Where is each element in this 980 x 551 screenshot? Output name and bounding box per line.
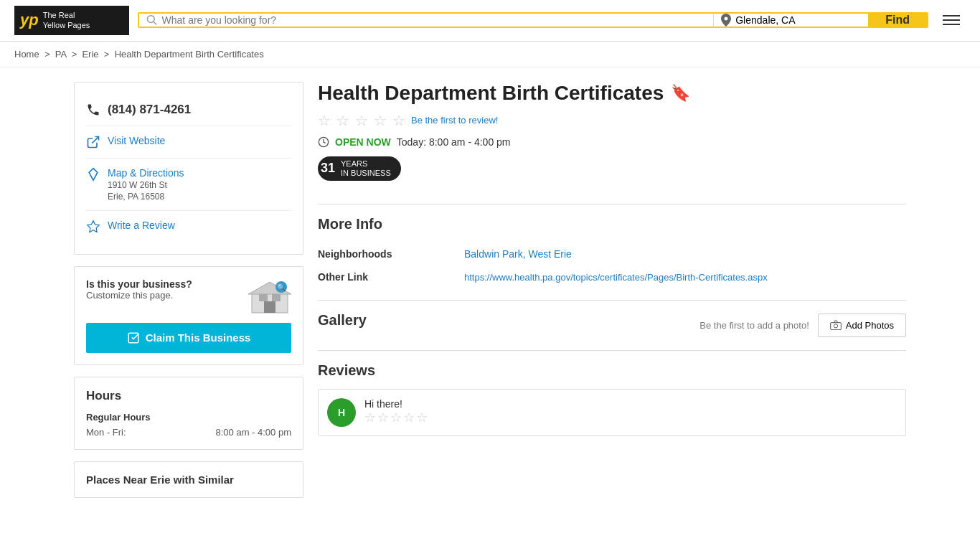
breadcrumb-city[interactable]: Erie bbox=[82, 49, 98, 60]
star-5[interactable]: ☆ bbox=[392, 112, 405, 129]
years-number: 31 bbox=[321, 161, 335, 176]
claim-card: Is this your business? Customize this pa… bbox=[74, 266, 303, 365]
reviewer-avatar: H bbox=[327, 398, 356, 427]
claim-title: Is this your business? bbox=[86, 278, 192, 290]
gallery-actions: Be the first to add a photo! Add Photos bbox=[699, 314, 906, 337]
add-photos-label: Add Photos bbox=[846, 320, 894, 331]
years-badge: 31 YEARSIN BUSINESS bbox=[318, 156, 401, 181]
claim-icon bbox=[127, 331, 140, 344]
breadcrumb: Home > PA > Erie > Health Department Bir… bbox=[0, 42, 980, 67]
review-stars: ☆ ☆ ☆ ☆ ☆ bbox=[364, 410, 897, 425]
claim-text: Is this your business? Customize this pa… bbox=[86, 278, 192, 301]
logo[interactable]: yp The Real Yellow Pages bbox=[14, 6, 129, 35]
svg-rect-14 bbox=[830, 323, 841, 330]
gallery-section: Gallery Be the first to add a photo! Add… bbox=[318, 312, 906, 339]
star-3[interactable]: ☆ bbox=[355, 112, 368, 129]
phone-icon bbox=[86, 103, 100, 117]
svg-rect-8 bbox=[264, 301, 275, 313]
hours-title: Hours bbox=[86, 389, 291, 403]
write-review-link[interactable]: Write a Review bbox=[108, 220, 175, 231]
search-where-container bbox=[714, 14, 868, 27]
svg-rect-12 bbox=[128, 333, 138, 343]
map-directions-link[interactable]: Map & Directions bbox=[108, 167, 184, 179]
review-content: Hi there! ☆ ☆ ☆ ☆ ☆ bbox=[364, 398, 897, 425]
other-link-anchor[interactable]: https://www.health.pa.gov/topics/certifi… bbox=[464, 272, 768, 283]
review-star-outline-3: ☆ bbox=[390, 410, 402, 425]
divider-3 bbox=[318, 350, 906, 351]
breadcrumb-state[interactable]: PA bbox=[55, 49, 67, 60]
star-4[interactable]: ☆ bbox=[374, 112, 387, 129]
svg-marker-4 bbox=[88, 220, 100, 232]
visit-website-link[interactable]: Visit Website bbox=[108, 135, 165, 146]
review-card: H Hi there! ☆ ☆ ☆ ☆ ☆ bbox=[318, 389, 906, 436]
more-info-section: More Info Neighborhoods Baldwin Park, We… bbox=[318, 216, 906, 288]
hours-today: Today: 8:00 am - 4:00 pm bbox=[397, 136, 511, 148]
gallery-title: Gallery bbox=[318, 312, 367, 329]
business-title-row: Health Department Birth Certificates 🔖 bbox=[318, 82, 906, 105]
search-what-input[interactable] bbox=[162, 14, 707, 26]
address-line1: 1910 W 26th St bbox=[108, 180, 184, 190]
other-link-row: Other Link https://www.health.pa.gov/top… bbox=[318, 265, 906, 288]
more-info-title: More Info bbox=[318, 216, 906, 232]
other-link-label: Other Link bbox=[318, 265, 464, 288]
svg-line-1 bbox=[154, 22, 156, 25]
svg-text:🔍: 🔍 bbox=[277, 283, 286, 292]
address-line2: Erie, PA 16508 bbox=[108, 192, 184, 202]
hours-status-row: OPEN NOW Today: 8:00 am - 4:00 pm bbox=[318, 136, 906, 148]
gallery-placeholder-text: Be the first to add a photo! bbox=[699, 320, 809, 331]
neighborhoods-value[interactable]: Baldwin Park, West Erie bbox=[464, 242, 906, 265]
website-item: Visit Website bbox=[86, 126, 291, 159]
svg-point-15 bbox=[834, 324, 837, 328]
main-container: (814) 871-4261 Visit Website Map & Direc… bbox=[60, 67, 920, 512]
find-button[interactable]: Find bbox=[868, 14, 927, 27]
search-icon bbox=[146, 14, 158, 26]
add-photos-button[interactable]: Add Photos bbox=[818, 314, 906, 337]
review-star-outline-4: ☆ bbox=[403, 410, 415, 425]
more-info-table: Neighborhoods Baldwin Park, West Erie Ot… bbox=[318, 242, 906, 288]
svg-line-2 bbox=[92, 136, 98, 143]
clock-icon bbox=[318, 136, 329, 148]
contact-card: (814) 871-4261 Visit Website Map & Direc… bbox=[74, 82, 303, 255]
hours-days: Mon - Fri: bbox=[86, 427, 126, 438]
review-star-outline-2: ☆ bbox=[377, 410, 389, 425]
star-2[interactable]: ☆ bbox=[336, 112, 349, 129]
hours-card: Hours Regular Hours Mon - Fri: 8:00 am -… bbox=[74, 377, 303, 450]
breadcrumb-current: Health Department Birth Certificates bbox=[115, 49, 264, 60]
neighborhoods-row: Neighborhoods Baldwin Park, West Erie bbox=[318, 242, 906, 265]
claim-subtitle: Customize this page. bbox=[86, 290, 192, 301]
stars-row: ☆ ☆ ☆ ☆ ☆ Be the first to review! bbox=[318, 112, 906, 129]
phone-number[interactable]: (814) 871-4261 bbox=[108, 103, 191, 117]
gallery-header: Gallery Be the first to add a photo! Add… bbox=[318, 312, 906, 339]
business-icon: 🔍 bbox=[248, 278, 291, 314]
hours-section-title: Regular Hours bbox=[86, 412, 291, 423]
star-1[interactable]: ☆ bbox=[318, 112, 331, 129]
review-star-outline-1: ☆ bbox=[364, 410, 376, 425]
neighborhoods-label: Neighborhoods bbox=[318, 242, 464, 265]
similar-card: Places Near Erie with Similar bbox=[74, 461, 303, 498]
first-review-link[interactable]: Be the first to review! bbox=[411, 115, 498, 126]
bookmark-icon[interactable]: 🔖 bbox=[671, 84, 690, 103]
map-pin-icon bbox=[86, 167, 100, 182]
directions-content: Map & Directions 1910 W 26th St Erie, PA… bbox=[108, 167, 184, 202]
svg-point-0 bbox=[147, 16, 154, 23]
divider-2 bbox=[318, 300, 906, 301]
claim-business-button[interactable]: Claim This Business bbox=[86, 323, 291, 353]
star-icon bbox=[86, 220, 100, 234]
review-item: Write a Review bbox=[86, 211, 291, 242]
directions-item: Map & Directions 1910 W 26th St Erie, PA… bbox=[86, 159, 291, 211]
similar-title: Places Near Erie with Similar bbox=[86, 474, 291, 486]
search-what-container bbox=[139, 14, 714, 27]
phone-item: (814) 871-4261 bbox=[86, 94, 291, 126]
reviews-title: Reviews bbox=[318, 362, 906, 379]
yp-logo-letters: yp bbox=[20, 11, 39, 29]
hamburger-menu[interactable] bbox=[937, 9, 966, 31]
business-name: Health Department Birth Certificates bbox=[318, 82, 664, 105]
reviewer-greeting: Hi there! bbox=[364, 398, 402, 410]
breadcrumb-home[interactable]: Home bbox=[14, 49, 39, 60]
search-where-input[interactable] bbox=[735, 14, 861, 26]
logo-tagline: The Real Yellow Pages bbox=[43, 10, 90, 31]
external-link-icon bbox=[86, 135, 100, 149]
open-status: OPEN NOW bbox=[335, 136, 391, 148]
sidebar: (814) 871-4261 Visit Website Map & Direc… bbox=[74, 82, 303, 498]
claim-top: Is this your business? Customize this pa… bbox=[86, 278, 291, 314]
